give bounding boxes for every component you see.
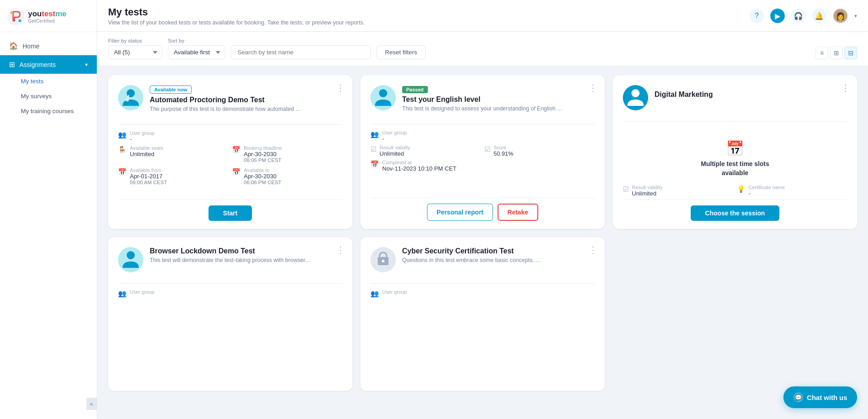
- card-desc-5: Questions in this test embrace some basi…: [402, 257, 595, 265]
- svg-point-2: [19, 19, 21, 22]
- notification-button[interactable]: 🔔: [812, 9, 826, 23]
- assignments-icon: ⊞: [9, 60, 15, 69]
- topbar: My tests View the list of your booked te…: [97, 0, 868, 32]
- chevron-icon: ▾: [85, 62, 88, 68]
- help-button[interactable]: ?: [749, 9, 764, 23]
- view-toggle: ≡ ⊞ ⊟: [816, 47, 857, 59]
- card-meta-4: Browser Lockdown Demo Test This test wil…: [150, 247, 342, 265]
- card-meta-5: Cyber Security Certification Test Questi…: [402, 247, 595, 265]
- sort-filter-label: Sort by: [168, 38, 225, 43]
- sort-filter-select[interactable]: Available first: [168, 45, 225, 59]
- available-to-1: 📅 Available to Apr-30-2030 06:06 PM CEST: [232, 167, 342, 185]
- validity-icon-2: ☑: [370, 145, 376, 153]
- completed-at-2: 📅 Completed at Nov-11-2023 10:10 PM CET: [370, 160, 595, 172]
- chat-label: Chat with us: [807, 394, 847, 401]
- user-avatar[interactable]: 👩: [833, 8, 848, 24]
- completed-icon-2: 📅: [370, 160, 379, 168]
- card-avatar-4: [118, 247, 143, 272]
- card-menu-4[interactable]: ⋮: [336, 245, 345, 254]
- start-button-1[interactable]: Start: [209, 205, 252, 221]
- headphone-button[interactable]: 🎧: [791, 9, 806, 23]
- score-icon-2: ☑: [484, 145, 490, 153]
- list-view-button[interactable]: ≡: [816, 47, 828, 59]
- avatar-icon-5: [370, 247, 396, 272]
- large-grid-view-button[interactable]: ⊟: [844, 47, 857, 59]
- card-menu-1[interactable]: ⋮: [336, 83, 345, 92]
- card-header-5: Cyber Security Certification Test Questi…: [370, 247, 595, 272]
- sidebar-item-my-tests[interactable]: My tests: [0, 74, 97, 89]
- sidebar-home-label: Home: [23, 43, 39, 50]
- personal-report-button[interactable]: Personal report: [427, 204, 493, 221]
- sidebar-item-my-training[interactable]: My training courses: [0, 104, 97, 119]
- card-badge-2: Passed: [402, 86, 428, 93]
- svg-point-3: [127, 89, 135, 97]
- retake-button[interactable]: Retake: [498, 204, 538, 221]
- test-card-3: ⋮ Digital Marketing 📅 Multiple: [613, 75, 857, 229]
- card-desc-2: This test is designed to assess your und…: [402, 105, 595, 113]
- card-info-grid-1: 🪑 Available seats Unlimited 📅 Booking de…: [118, 145, 342, 185]
- card-desc-4: This test will demonstrate the test-taki…: [150, 257, 342, 265]
- to-icon-1: 📅: [232, 168, 241, 176]
- logo-text: youtestme GetCertified: [28, 10, 66, 24]
- card-meta-1: Available now Automated Proctoring Demo …: [150, 85, 342, 114]
- card-header-1: Available now Automated Proctoring Demo …: [118, 85, 342, 114]
- play-button[interactable]: ▶: [770, 9, 785, 23]
- card-menu-5[interactable]: ⋮: [588, 245, 598, 254]
- collapse-icon: «: [90, 400, 93, 407]
- logo-subtitle: GetCertified: [28, 19, 66, 24]
- my-tests-label: My tests: [21, 78, 43, 85]
- status-filter-select[interactable]: All (5): [108, 45, 162, 59]
- card-meta-2: Passed Test your English level This test…: [402, 85, 595, 113]
- card-user-group-5: 👥 User group: [370, 289, 595, 298]
- logo: youtestme GetCertified: [0, 0, 97, 32]
- card-desc-1: The purpose of this test is to demonstra…: [150, 105, 342, 114]
- logo-test-span: test: [42, 10, 55, 18]
- validity-icon-3: ☑: [623, 185, 629, 193]
- card-title-5: Cyber Security Certification Test: [402, 247, 595, 255]
- card-user-group-4: 👥 User group: [118, 289, 342, 298]
- sidebar-item-my-surveys[interactable]: My surveys: [0, 89, 97, 104]
- sidebar-collapse-button[interactable]: «: [86, 398, 97, 410]
- main-content: My tests View the list of your booked te…: [97, 0, 868, 419]
- sidebar-item-assignments[interactable]: ⊞ Assignments ▾: [0, 55, 97, 74]
- sidebar-nav: 🏠 Home ⊞ Assignments ▾ My tests My surve…: [0, 32, 97, 419]
- sidebar-item-home[interactable]: 🏠 Home: [0, 37, 97, 55]
- card-menu-3[interactable]: ⋮: [841, 83, 850, 92]
- deadline-icon-1: 📅: [232, 146, 241, 154]
- user-group-label-1: User group: [130, 130, 154, 136]
- booking-deadline-1: 📅 Booking deadline Apr-30-2030 06:06 PM …: [232, 145, 342, 163]
- user-group-icon-1: 👥: [118, 131, 127, 139]
- reset-filters-button[interactable]: Reset filters: [376, 45, 426, 59]
- my-surveys-label: My surveys: [21, 93, 52, 100]
- status-filter-group: Filter by status All (5): [108, 38, 162, 59]
- available-from-1: 📅 Available from Apr-01-2017 06:00 AM CE…: [118, 167, 228, 185]
- search-input[interactable]: [231, 45, 371, 59]
- logo-you-span: you: [28, 10, 42, 18]
- sidebar: youtestme GetCertified 🏠 Home ⊞ Assignme…: [0, 0, 97, 419]
- result-validity-2: ☑ Result validity Unlimited: [370, 145, 481, 157]
- card-info-grid-3: ☑ Result validity Unlimited 💡 Certificat…: [623, 185, 847, 197]
- card-footer-2: Personal report Retake: [370, 198, 595, 221]
- choose-session-button[interactable]: Choose the session: [691, 205, 779, 221]
- avatar-icon-2: [370, 85, 396, 110]
- sidebar-assignments-label: Assignments: [19, 61, 56, 68]
- card-footer-3: Choose the session: [623, 200, 847, 221]
- card-avatar-5: [370, 247, 396, 272]
- card-avatar-3: [623, 85, 648, 110]
- avatar-icon-4: [118, 247, 143, 272]
- card-user-group-2: 👥 User group -: [370, 130, 595, 142]
- grid-view-button[interactable]: ⊞: [830, 47, 843, 59]
- my-training-label: My training courses: [21, 108, 74, 114]
- user-group-icon-4: 👥: [118, 290, 127, 298]
- avatar-icon-1: [118, 85, 143, 110]
- user-menu-chevron[interactable]: ▾: [854, 13, 857, 19]
- from-icon-1: 📅: [118, 168, 127, 176]
- card-menu-2[interactable]: ⋮: [588, 83, 598, 92]
- svg-point-9: [382, 260, 384, 262]
- chat-button[interactable]: 💬 Chat with us: [783, 386, 857, 408]
- topbar-left: My tests View the list of your booked te…: [108, 6, 365, 26]
- page-subtitle: View the list of your booked tests or te…: [108, 19, 365, 26]
- score-2: ☑ Score 50.91%: [484, 145, 595, 157]
- page-title: My tests: [108, 6, 365, 18]
- available-seats-1: 🪑 Available seats Unlimited: [118, 145, 228, 163]
